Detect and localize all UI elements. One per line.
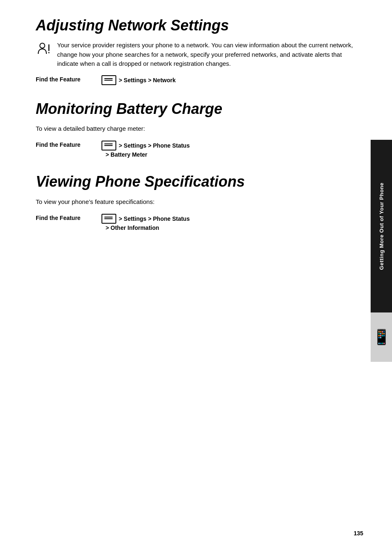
path-text-specs-2: > Other Information <box>106 224 159 231</box>
find-feature-label-specs: Find the Feature <box>36 214 101 221</box>
section-monitoring-battery: Monitoring Battery Charge To view a deta… <box>36 100 356 158</box>
find-feature-content-network: > Settings > Network <box>101 75 175 85</box>
find-feature-label-battery: Find the Feature <box>36 141 101 148</box>
svg-point-0 <box>40 43 45 48</box>
section-adjusting-network: Adjusting Network Settings Your service … <box>36 16 356 85</box>
find-feature-line-network: > Settings > Network <box>101 75 175 85</box>
find-feature-label-network: Find the Feature <box>36 75 101 83</box>
find-feature-content-battery: > Settings > Phone Status > Battery Mete… <box>101 141 190 158</box>
menu-icon-network <box>101 75 116 85</box>
path-text-battery-2: > Battery Meter <box>106 151 148 158</box>
find-feature-line-specs-1: > Settings > Phone Status <box>101 214 190 224</box>
path-text-specs-1: > Settings > Phone Status <box>119 215 190 222</box>
find-feature-line-battery-1: > Settings > Phone Status <box>101 141 190 150</box>
section-title-specs: Viewing Phone Specifications <box>36 173 356 190</box>
side-tab: Getting More Out of Your Phone <box>371 140 392 312</box>
find-feature-line-specs-2: > Other Information <box>106 224 190 231</box>
side-tab-label: Getting More Out of Your Phone <box>378 183 385 270</box>
find-feature-row-specs: Find the Feature > Settings > Phone Stat… <box>36 214 356 231</box>
main-content: Adjusting Network Settings Your service … <box>11 0 381 262</box>
intro-block-network: Your service provider registers your pho… <box>36 41 356 69</box>
intro-text-battery: To view a detailed battery charge meter: <box>36 124 356 134</box>
find-feature-line-battery-2: > Battery Meter <box>106 151 190 158</box>
svg-point-2 <box>48 52 50 53</box>
phone-icon-container: 📱 <box>371 312 392 362</box>
section-viewing-specs: Viewing Phone Specifications To view you… <box>36 173 356 231</box>
path-text-network: > Settings > Network <box>119 77 175 83</box>
find-feature-row-network: Find the Feature > Settings > Network <box>36 75 356 85</box>
find-feature-content-specs: > Settings > Phone Status > Other Inform… <box>101 214 190 231</box>
intro-text-specs: To view your phone’s feature specificati… <box>36 197 356 207</box>
menu-icon-specs <box>101 214 116 224</box>
section-title-network: Adjusting Network Settings <box>36 16 356 34</box>
phone-icon: 📱 <box>372 329 391 346</box>
page-number: 135 <box>354 530 363 537</box>
menu-icon-battery <box>101 141 116 150</box>
alert-icon <box>36 42 51 60</box>
path-text-battery-1: > Settings > Phone Status <box>119 142 190 149</box>
intro-text-network: Your service provider registers your pho… <box>57 41 356 69</box>
find-feature-row-battery: Find the Feature > Settings > Phone Stat… <box>36 141 356 158</box>
section-title-battery: Monitoring Battery Charge <box>36 100 356 118</box>
